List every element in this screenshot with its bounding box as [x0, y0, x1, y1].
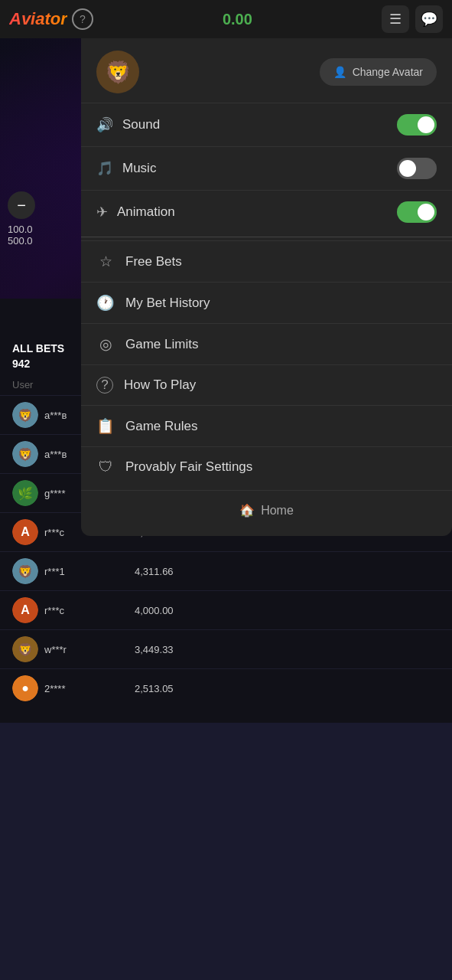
row-user-4: 🦁 r***1 [12, 558, 135, 584]
music-knob [399, 160, 416, 177]
music-left: 🎵 Music [96, 160, 156, 177]
free-bets-icon: ☆ [96, 253, 115, 270]
provably-fair-icon: 🛡 [96, 459, 115, 475]
user-avatar-7: ● [12, 675, 38, 701]
balance-display: 0.00 [223, 11, 252, 28]
user-name-3: r***c [44, 527, 64, 538]
home-label: Home [261, 504, 294, 518]
sound-knob [418, 116, 434, 133]
user-avatar-2: 🌿 [12, 480, 38, 506]
animation-icon: ✈ [96, 204, 108, 220]
change-avatar-label: Change Avatar [353, 66, 423, 78]
row-bet-6: 3,449.33 [135, 644, 272, 655]
music-row: 🎵 Music [81, 146, 452, 190]
user-name-6: w***r [44, 644, 67, 655]
music-toggle[interactable] [397, 158, 437, 179]
bet-history-item[interactable]: 🕐 My Bet History [81, 282, 452, 323]
chat-button[interactable]: 💬 [415, 5, 443, 33]
provably-fair-label: Provably Fair Settings [125, 459, 252, 475]
sound-toggle[interactable] [397, 114, 437, 136]
app-logo: Aviator [9, 9, 67, 29]
avatar-circle-5: A [12, 597, 38, 623]
animation-row: ✈ Animation [81, 190, 452, 234]
animation-toggle[interactable] [397, 201, 437, 223]
animation-knob [418, 204, 434, 220]
avatar-image: 🦁 [96, 51, 139, 93]
table-row: A r***c 4,000.00 [0, 590, 452, 629]
avatar-icon: 👤 [333, 66, 346, 78]
row-user-6: 🦁 w***r [12, 636, 135, 662]
table-row: 🦁 w***r 3,449.33 [0, 629, 452, 668]
music-label: Music [122, 161, 156, 176]
avatar-circle-7: ● [12, 675, 38, 701]
menu-button[interactable]: ☰ [382, 5, 409, 33]
change-avatar-button[interactable]: 👤 Change Avatar [320, 58, 437, 86]
logo-area: Aviator ? [9, 8, 93, 30]
animation-left: ✈ Animation [96, 204, 175, 220]
row-user-5: A r***c [12, 597, 135, 623]
avatar-circle-3: A [12, 519, 38, 545]
sound-icon: 🔊 [96, 116, 113, 133]
animation-label: Animation [117, 204, 175, 220]
bets-title: ALL BETS 942 [12, 341, 64, 371]
user-avatar-0: 🦁 [12, 402, 38, 428]
bets-count: 942 [12, 357, 64, 372]
provably-fair-item[interactable]: 🛡 Provably Fair Settings [81, 446, 452, 487]
avatar-circle-4: 🦁 [12, 558, 38, 584]
row-bet-4: 4,311.66 [135, 566, 272, 577]
music-icon: 🎵 [96, 160, 113, 177]
bets-title-line1: ALL BETS [12, 341, 64, 357]
user-name-4: r***1 [44, 566, 65, 577]
game-rules-item[interactable]: 📋 Game Rules [81, 405, 452, 446]
help-button[interactable]: ? [72, 8, 93, 30]
bet-panel-left: − 100.0 500.0 [8, 191, 35, 247]
table-row: 🦁 r***1 4,311.66 [0, 551, 452, 590]
avatar-circle-0: 🦁 [12, 402, 38, 428]
header: Aviator ? 0.00 ☰ 💬 [0, 0, 452, 38]
menu-overlay: 🦁 👤 Change Avatar 🔊 Sound 🎵 Music ✈ Anim… [81, 38, 452, 536]
user-avatar-1: 🦁 [12, 441, 38, 467]
sound-left: 🔊 Sound [96, 116, 160, 133]
game-rules-icon: 📋 [96, 417, 115, 435]
home-button[interactable]: 🏠 Home [81, 490, 452, 530]
how-to-play-label: How To Play [124, 377, 196, 393]
avatar-circle-6: 🦁 [12, 636, 38, 662]
bet-value-2: 500.0 [8, 235, 35, 247]
row-bet-5: 4,000.00 [135, 605, 272, 616]
user-name-5: r***c [44, 605, 64, 616]
sound-row: 🔊 Sound [81, 103, 452, 146]
game-limits-item[interactable]: ◎ Game Limits [81, 323, 452, 364]
avatar-circle-2: 🌿 [12, 480, 38, 506]
avatar-circle-1: 🦁 [12, 441, 38, 467]
user-avatar-5: A [12, 597, 38, 623]
game-limits-icon: ◎ [96, 335, 115, 353]
user-name-7: 2**** [44, 683, 65, 694]
user-name-2: g**** [44, 488, 65, 499]
bet-history-label: My Bet History [125, 296, 210, 311]
free-bets-label: Free Bets [125, 254, 182, 270]
game-rules-label: Game Rules [125, 419, 197, 434]
user-name-0: a***в [44, 410, 67, 421]
how-to-play-item[interactable]: ? How To Play [81, 364, 452, 405]
bet-history-icon: 🕐 [96, 294, 115, 312]
minus-button[interactable]: − [8, 191, 35, 219]
row-user-7: ● 2**** [12, 675, 135, 701]
how-to-play-icon: ? [96, 377, 113, 394]
header-icons: ☰ 💬 [382, 5, 443, 33]
user-avatar-4: 🦁 [12, 558, 38, 584]
table-row: ● 2**** 2,513.05 [0, 668, 452, 707]
user-name-1: a***в [44, 449, 67, 460]
row-bet-7: 2,513.05 [135, 683, 272, 694]
bet-value-1: 100.0 [8, 224, 35, 235]
user-avatar-6: 🦁 [12, 636, 38, 662]
free-bets-item[interactable]: ☆ Free Bets [81, 240, 452, 282]
home-icon: 🏠 [239, 503, 255, 518]
divider-1 [81, 237, 452, 237]
game-limits-label: Game Limits [125, 337, 198, 352]
bet-values: 100.0 500.0 [8, 224, 35, 247]
sound-label: Sound [122, 117, 160, 132]
user-avatar-3: A [12, 519, 38, 545]
avatar-row: 🦁 👤 Change Avatar [81, 38, 452, 103]
